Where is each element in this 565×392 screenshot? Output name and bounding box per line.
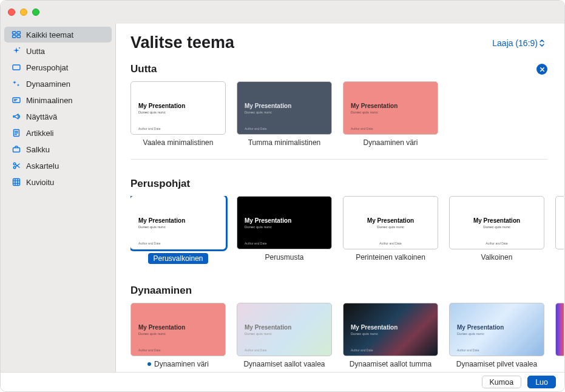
- svg-rect-2: [13, 35, 16, 38]
- section-title: Peruspohjat: [130, 178, 190, 190]
- theme-card[interactable]: My Presentation Donec quis nunc Author a…: [343, 196, 438, 264]
- theme-caption: Dynaamiset aallot tumma: [343, 360, 438, 368]
- thumb-foot: Author and Date: [351, 348, 373, 352]
- theme-card[interactable]: My Presentation Donec quis nunc Author a…: [130, 196, 226, 264]
- sidebar-item-label: Kaikki teemat: [26, 30, 73, 39]
- sparkle-icon: [12, 46, 21, 56]
- theme-thumbnail: My Presentation Donec quis nunc Author a…: [343, 81, 438, 135]
- theme-thumbnail: My Presentation Donec quis nunc Author a…: [237, 196, 332, 249]
- page-title: Valitse teema: [130, 33, 234, 52]
- sidebar-item-label: Dynaaminen: [26, 79, 70, 89]
- sidebar-item-label: Näyttävä: [26, 112, 57, 121]
- thumb-title: My Presentation: [245, 324, 324, 331]
- sidebar-item-salkku[interactable]: Salkku: [4, 141, 112, 157]
- theme-caption: Dynaaminen väri: [130, 360, 226, 368]
- sidebar-item-minimaalinen[interactable]: Minimaalinen: [4, 92, 112, 108]
- theme-card[interactable]: My Presentation Donec quis nunc Author a…: [343, 81, 438, 147]
- thumb-sub: Donec quis nunc: [245, 225, 324, 229]
- theme-row: My Presentation Donec quis nunc Author a…: [130, 196, 564, 266]
- theme-card[interactable]: My Presentation Donec quis nunc Author a…: [343, 303, 438, 368]
- sidebar-item-label: Askartelu: [26, 161, 59, 171]
- svg-rect-13: [13, 148, 20, 152]
- aspect-ratio-selector[interactable]: Laaja (16:9): [492, 38, 545, 48]
- theme-card[interactable]: My Presentation Donec quis nunc Author a…: [130, 303, 226, 368]
- svg-rect-18: [13, 179, 20, 186]
- thumb-foot: Author and Date: [245, 348, 266, 352]
- window-controls: [8, 8, 39, 16]
- thumb-sub: Donec quis nunc: [245, 332, 324, 336]
- fullscreen-window-icon[interactable]: [32, 8, 39, 16]
- sidebar-item-label: Kuvioitu: [26, 178, 54, 187]
- section-title: Dynaaminen: [130, 285, 192, 297]
- theme-thumbnail: My Presentation Donec quis nunc Author a…: [237, 81, 332, 135]
- close-window-icon[interactable]: [8, 8, 15, 16]
- header: Valitse teema Laaja (16:9): [116, 24, 564, 57]
- sidebar-item-label: Salkku: [26, 145, 50, 154]
- thumb-foot: Author and Date: [245, 127, 266, 130]
- create-button[interactable]: Luo: [527, 376, 556, 388]
- thumb-sub: Donec quis nunc: [457, 332, 536, 336]
- aspect-ratio-label: Laaja (16:9): [492, 38, 538, 48]
- theme-thumbnail: My Presentation Donec quis nunc Author a…: [343, 196, 438, 249]
- texture-icon: [12, 177, 21, 187]
- dismiss-section-button[interactable]: [536, 64, 547, 75]
- svg-rect-3: [17, 35, 21, 38]
- grid-icon: [12, 30, 21, 39]
- sidebar-item-näyttävä[interactable]: Näyttävä: [4, 109, 112, 124]
- sidebar-item-label: Minimaalinen: [26, 96, 73, 105]
- thumb-title: My Presentation: [245, 103, 324, 109]
- sidebar-item-kuvioitu[interactable]: Kuvioitu: [4, 174, 112, 190]
- svg-rect-5: [13, 65, 20, 70]
- thumb-sub: Donec quis nunc: [138, 110, 218, 114]
- cancel-button[interactable]: Kumoa: [482, 376, 522, 388]
- section-title: Uutta: [130, 63, 157, 75]
- svg-point-4: [19, 47, 20, 49]
- thumb-foot: Author and Date: [450, 242, 544, 245]
- doc-icon: [12, 128, 21, 138]
- minimize-window-icon[interactable]: [20, 8, 27, 16]
- footer: Kumoa Luo: [1, 372, 564, 391]
- section-peruspohjat: Peruspohjat My Presentation Donec quis n…: [130, 172, 564, 266]
- theme-card[interactable]: My Presentation Donec quis nunc Author a…: [449, 196, 544, 264]
- sidebar-item-artikkeli[interactable]: Artikkeli: [4, 125, 112, 141]
- theme-caption: Perusvalkoinen: [148, 253, 208, 264]
- sidebar-item-askartelu[interactable]: Askartelu: [4, 158, 112, 174]
- section-dynaaminen: Dynaaminen My Presentation Donec quis nu…: [130, 279, 564, 371]
- theme-scroller[interactable]: Uutta My Presentation Donec quis nunc Au…: [116, 57, 564, 372]
- thumb-sub: Donec quis nunc: [351, 332, 430, 336]
- sidebar-item-peruspohjat[interactable]: Peruspohjat: [4, 59, 112, 75]
- sidebar-item-label: Uutta: [26, 47, 45, 56]
- thumb-title: My Presentation: [138, 324, 218, 331]
- thumb-title: My Presentation: [245, 217, 324, 224]
- theme-card[interactable]: My Presentation Donec quis nunc Author a…: [449, 303, 544, 368]
- theme-thumbnail: My Presentation Donec quis nunc Author a…: [449, 196, 544, 249]
- theme-row: My Presentation Donec quis nunc Author a…: [130, 81, 564, 149]
- thumb-title: My Presentation: [138, 103, 218, 109]
- rect-icon: [12, 63, 21, 72]
- theme-caption: Tumma minimalistinen: [237, 138, 332, 147]
- megaphone-icon: [12, 112, 21, 121]
- theme-card[interactable]: My Presentation Donec quis nunc Author a…: [237, 81, 332, 147]
- theme-card[interactable]: My Presentation Donec quis nunc Author a…: [237, 303, 332, 368]
- thumb-sub: Donec quis nunc: [483, 225, 510, 229]
- briefcase-icon: [12, 144, 21, 154]
- sidebar-item-label: Peruspohjat: [26, 63, 68, 72]
- theme-card-overflow[interactable]: [555, 303, 564, 368]
- theme-thumbnail: My Presentation Donec quis nunc Author a…: [449, 303, 544, 356]
- theme-thumbnail: [555, 303, 564, 356]
- sidebar-item-dynaaminen[interactable]: Dynaaminen: [4, 76, 112, 92]
- sidebar-item-kaikki-teemat[interactable]: Kaikki teemat: [4, 27, 112, 42]
- theme-card[interactable]: My Presentation Donec quis nunc Author a…: [237, 196, 332, 264]
- svg-rect-0: [13, 32, 16, 34]
- theme-caption: Valkoinen: [449, 253, 544, 262]
- thumb-title: My Presentation: [138, 217, 218, 224]
- theme-row: My Presentation Donec quis nunc Author a…: [130, 303, 564, 371]
- theme-card[interactable]: My Presentation Donec quis nunc Author a…: [130, 81, 226, 147]
- section-divider: [130, 159, 547, 160]
- theme-card-overflow[interactable]: [555, 196, 564, 264]
- theme-thumbnail: My Presentation Donec quis nunc Author a…: [130, 81, 226, 135]
- thumb-title: My Presentation: [457, 324, 536, 331]
- sidebar-item-uutta[interactable]: Uutta: [4, 43, 112, 59]
- thumb-foot: Author and Date: [138, 127, 160, 130]
- sidebar: Kaikki teematUuttaPeruspohjatDynaaminenM…: [1, 24, 116, 372]
